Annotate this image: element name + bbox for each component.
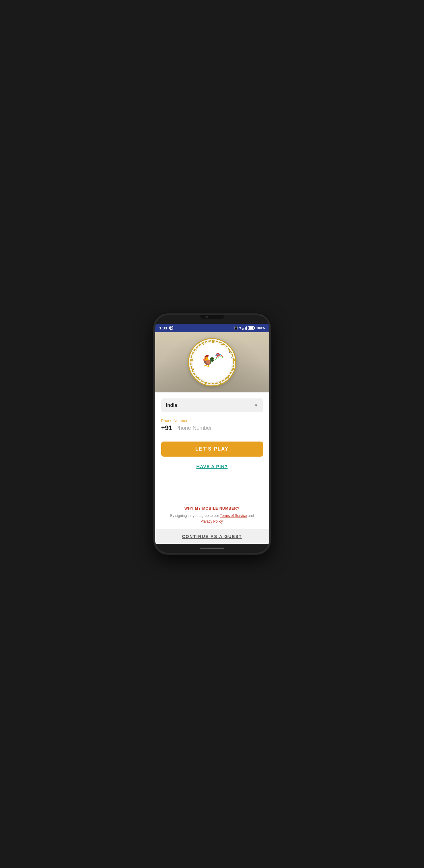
camera-notch <box>200 315 224 319</box>
footer-info: WHY MY MOBILE NUMBER? By signing in, you… <box>155 501 269 529</box>
phone-field-container: Phone Number +91 <box>161 418 263 434</box>
lets-play-button[interactable]: LET'S PLAY <box>161 441 263 457</box>
svg-text:🐓: 🐓 <box>201 354 216 368</box>
camera-dot <box>206 316 208 318</box>
app-icon: P <box>169 326 173 330</box>
status-left: 1:33 P <box>159 326 173 330</box>
terms-of-service-link[interactable]: Terms of Service <box>220 514 247 518</box>
country-code: +91 <box>161 424 172 432</box>
why-mobile-label[interactable]: WHY MY MOBILE NUMBER? <box>161 501 263 513</box>
phone-device: 1:33 P 📳 ▾ 100% <box>153 313 271 555</box>
country-selector[interactable]: India ▼ <box>161 398 263 412</box>
phone-label: Phone Number <box>161 418 263 423</box>
phone-input-row: +91 <box>161 424 263 434</box>
svg-point-3 <box>233 359 235 361</box>
status-right: 📳 ▾ 100% <box>234 326 265 330</box>
vibrate-icon: 📳 <box>234 326 238 330</box>
svg-point-8 <box>205 383 206 384</box>
spacer <box>155 477 269 501</box>
logo-cricket-art: 🐓 <box>200 349 224 373</box>
signal-bars-icon <box>242 326 247 330</box>
status-bar: 1:33 P 📳 ▾ 100% <box>155 324 269 332</box>
logo-outer-ring: GUJARAT CRICKET ASSOCIATION GCA 🐓 <box>188 338 236 386</box>
logo-inner: 🐓 <box>192 343 232 382</box>
screen-content: GUJARAT CRICKET ASSOCIATION GCA 🐓 <box>155 332 269 544</box>
form-section: India ▼ Phone Number +91 LET'S PLAY HAVE… <box>155 393 269 477</box>
svg-point-9 <box>197 377 199 378</box>
phone-notch-area <box>155 315 269 324</box>
have-a-pin-link[interactable]: HAVE A PIN? <box>161 461 263 471</box>
svg-point-7 <box>212 384 214 386</box>
svg-point-5 <box>227 377 229 378</box>
gca-logo: GUJARAT CRICKET ASSOCIATION GCA 🐓 <box>188 338 236 386</box>
country-name: India <box>166 403 177 408</box>
terms-prefix: By signing in, you agree to our <box>170 514 220 518</box>
battery-icon <box>248 327 255 330</box>
guest-section: CONTINUE AS A GUEST <box>155 529 269 544</box>
svg-point-6 <box>220 383 221 384</box>
phone-number-input[interactable] <box>175 424 263 432</box>
home-indicator <box>200 548 224 549</box>
battery-percent: 100% <box>256 326 265 330</box>
svg-point-4 <box>233 368 235 370</box>
terms-middle: and <box>247 514 254 518</box>
terms-text: By signing in, you agree to our Terms of… <box>161 513 263 529</box>
hero-section: GUJARAT CRICKET ASSOCIATION GCA 🐓 <box>155 332 269 393</box>
phone-bottom-bar <box>155 544 269 553</box>
wifi-icon: ▾ <box>239 326 241 330</box>
continue-as-guest-button[interactable]: CONTINUE AS A GUEST <box>182 534 242 539</box>
chevron-down-icon: ▼ <box>254 403 258 408</box>
status-time: 1:33 <box>159 326 167 330</box>
terms-suffix: . <box>223 519 223 524</box>
privacy-policy-link[interactable]: Privacy Policy <box>201 519 223 524</box>
